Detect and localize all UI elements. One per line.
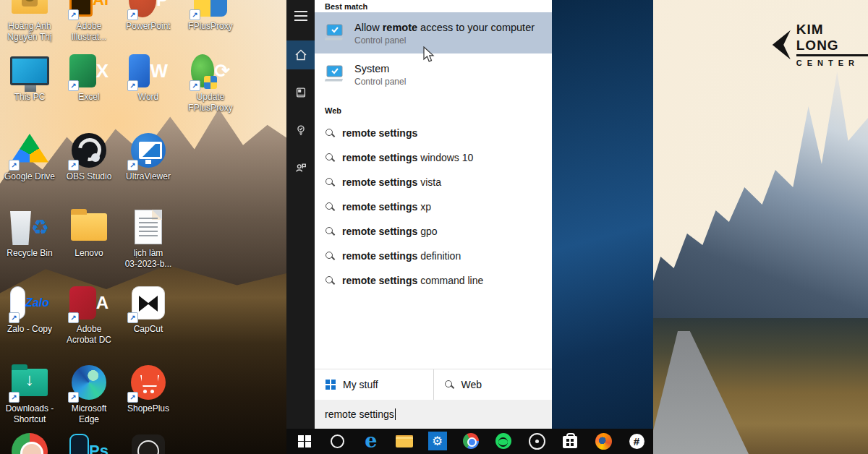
search-icon xyxy=(326,153,334,162)
desktop-icon-label: FPlusProxy xyxy=(188,21,232,32)
hamburger-menu-button[interactable] xyxy=(286,1,315,30)
my-stuff-button[interactable]: My stuff xyxy=(315,369,433,400)
taskbar-button[interactable] xyxy=(288,429,321,454)
desktop-icons: Hoàng Anh Nguyễn Thị Ai ↗ Adobe Illustra… xyxy=(0,0,249,454)
app-icon-glyph: W xyxy=(150,60,168,82)
taskbar-button[interactable] xyxy=(520,429,553,454)
best-match-header: Best match xyxy=(315,0,552,12)
result-subtitle: Control panel xyxy=(354,35,535,46)
taskbar-button[interactable]: ⚙ xyxy=(421,429,454,454)
desktop-icon[interactable]: ↓ ↗ Downloads - Shortcut xyxy=(0,364,59,432)
taskbar-button[interactable] xyxy=(553,429,587,454)
taskbar-button[interactable]: e xyxy=(354,429,388,454)
app-icon-glyph: ♻ xyxy=(31,215,49,239)
app-icon xyxy=(132,434,165,454)
desktop-icon[interactable]: ↗ Microsoft Edge xyxy=(59,364,119,432)
logo-brand-text: KIM LONG xyxy=(796,22,868,56)
search-icon xyxy=(445,380,454,389)
desktop-icon-label: Lenovo xyxy=(75,248,103,259)
desktop-icon[interactable] xyxy=(0,432,59,454)
app-icon xyxy=(69,434,89,454)
desktop-icon[interactable]: This PC xyxy=(0,52,59,132)
result-subtitle: Control panel xyxy=(354,77,406,87)
desktop-icon[interactable]: Hoàng Anh Nguyễn Thị xyxy=(0,0,59,52)
taskbar-button[interactable] xyxy=(587,429,620,454)
desktop-icon[interactable]: ↗ UltraViewer xyxy=(119,132,178,208)
desktop-icon[interactable]: ↗ FPlusProxy xyxy=(181,0,240,52)
desktop-icon[interactable]: Lenovo xyxy=(59,208,119,284)
result-title: System xyxy=(354,62,406,75)
app-icon-glyph: Ai xyxy=(93,0,109,9)
screenshot-stage: KIM LONG CENTER Hoàng Anh Nguyễn Thị Ai … xyxy=(0,0,868,454)
desktop-icon[interactable]: A ↗ Adobe Acrobat DC xyxy=(59,284,119,364)
shortcut-arrow-icon: ↗ xyxy=(9,392,20,403)
app-icon-glyph: A xyxy=(96,293,109,313)
notebook-button[interactable] xyxy=(286,78,315,107)
shortcut-arrow-icon: ↗ xyxy=(127,312,138,323)
desktop-icon[interactable]: X ↗ Excel xyxy=(59,52,119,132)
search-suggestion[interactable]: remote settings xp xyxy=(315,194,552,219)
notebook-icon xyxy=(294,86,307,99)
kim-long-chevron-icon xyxy=(768,29,792,61)
desktop-icon-label: Zalo - Copy xyxy=(7,324,52,335)
desktop-icon[interactable] xyxy=(119,432,178,454)
result-title: Allow remote access to your computer xyxy=(354,21,535,34)
taskbar-button[interactable]: # xyxy=(620,429,653,454)
search-suggestion[interactable]: remote settings definition xyxy=(315,244,552,268)
taskbar-button[interactable] xyxy=(321,429,354,454)
desktop-icon-label: PowerPoint xyxy=(126,21,170,32)
shortcut-arrow-icon: ↗ xyxy=(9,160,20,171)
search-input[interactable]: remote settings xyxy=(315,400,552,429)
desktop-icon[interactable]: Zalo ↗ Zalo - Copy xyxy=(0,284,59,364)
desktop-icon[interactable]: ↗ ShopePlus xyxy=(119,364,178,432)
desktop-icon-label: ShopePlus xyxy=(127,403,169,414)
desktop-icon[interactable]: W ↗ Word xyxy=(119,52,178,132)
app-icon xyxy=(135,210,162,244)
reminders-button[interactable] xyxy=(286,116,315,145)
shortcut-arrow-icon: ↗ xyxy=(127,9,138,20)
desktop-icon[interactable]: Ps xyxy=(59,432,119,454)
taskbar-button[interactable] xyxy=(454,429,488,454)
desktop-icon[interactable]: P ↗ PowerPoint xyxy=(119,0,178,52)
kim-long-center-logo: KIM LONG CENTER xyxy=(768,22,868,67)
home-icon xyxy=(294,48,308,62)
desktop-icon-label: Adobe Illustrat... xyxy=(72,21,107,43)
web-suggestions: remote settings remote settings windows … xyxy=(315,121,552,293)
text-caret xyxy=(395,408,396,420)
desktop-icon-label: CapCut xyxy=(134,324,163,335)
shortcut-arrow-icon: ↗ xyxy=(190,80,200,91)
desktop-icon-label: Update FPlusProxy xyxy=(188,92,232,113)
shortcut-arrow-icon: ↗ xyxy=(68,160,79,171)
taskbar-button[interactable] xyxy=(487,429,520,454)
desktop-icon-label: OBS Studio xyxy=(67,171,112,182)
desktop-icon[interactable]: ⟳ ↗ Update FPlusProxy xyxy=(181,52,240,132)
taskbar-icon: # xyxy=(634,436,639,447)
start-menu-sidebar xyxy=(286,0,315,429)
search-panel-footer: My stuff Web remote settings xyxy=(315,369,552,429)
search-suggestion[interactable]: remote settings vista xyxy=(315,170,552,194)
search-suggestion[interactable]: remote settings gpo xyxy=(315,219,552,244)
web-search-button[interactable]: Web xyxy=(433,369,553,400)
app-icon xyxy=(12,433,48,454)
search-suggestion[interactable]: remote settings command line xyxy=(315,268,552,293)
taskbar-button[interactable] xyxy=(388,429,421,454)
feedback-icon xyxy=(294,161,307,174)
taskbar-icon: ⚙ xyxy=(432,435,443,447)
desktop-icon-label: Adobe Acrobat DC xyxy=(67,324,111,346)
desktop-icon[interactable]: ↗ OBS Studio xyxy=(59,132,119,208)
shortcut-arrow-icon: ↗ xyxy=(68,312,79,323)
desktop-icon[interactable]: ↗ CapCut xyxy=(119,284,178,364)
search-suggestion[interactable]: remote settings xyxy=(315,121,552,145)
desktop-icon[interactable]: Ai ↗ Adobe Illustrat... xyxy=(59,0,119,52)
windows-flag-icon xyxy=(326,380,336,390)
desktop-icon[interactable]: ↗ Google Drive xyxy=(0,132,59,208)
home-button[interactable] xyxy=(286,40,315,69)
shortcut-arrow-icon: ↗ xyxy=(127,392,138,403)
app-icon-glyph: P xyxy=(156,0,168,10)
remote-desktop-icon xyxy=(324,65,346,84)
feedback-button[interactable] xyxy=(286,153,315,182)
desktop-icon[interactable]: ♻ Recycle Bin xyxy=(0,208,59,284)
desktop-icon-label: Microsoft Edge xyxy=(72,403,107,425)
desktop-icon[interactable]: lịch làm 03-2023-b... xyxy=(119,208,178,284)
search-suggestion[interactable]: remote settings windows 10 xyxy=(315,145,552,170)
